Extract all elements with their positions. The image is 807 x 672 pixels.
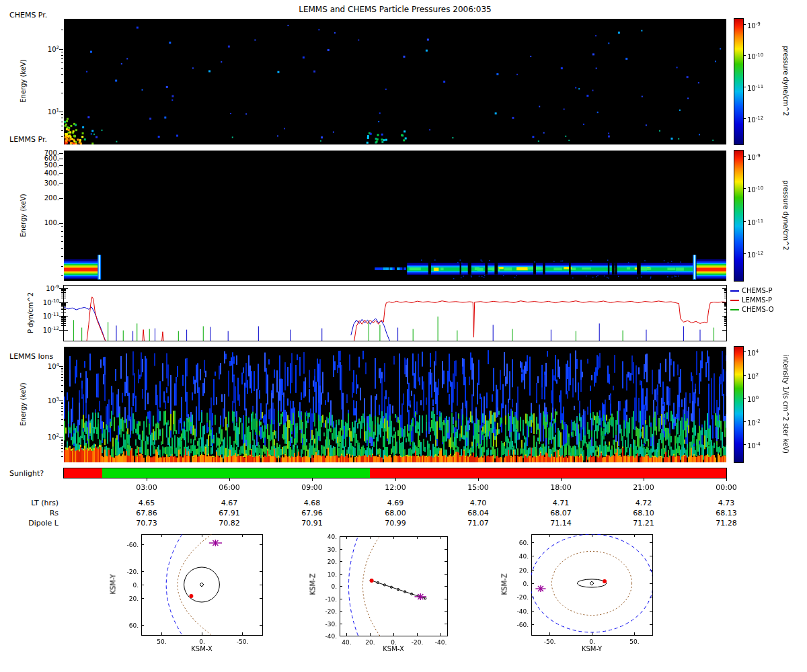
colorbar-tick-label: 102 (747, 372, 777, 380)
colorbar-tick (744, 351, 746, 352)
axis-minor-tick (61, 445, 63, 446)
axis-minor-tick (61, 304, 63, 305)
axis-tick (59, 165, 63, 166)
y-tick-label: 300. (13, 179, 59, 187)
axis-minor-tick (61, 403, 63, 404)
orbit2-x-axis-label: KSM-Y (565, 645, 619, 653)
legend-label: CHEMS-P (742, 287, 772, 294)
sunlight-segment (64, 468, 102, 478)
y-tick-label: 10-12 (13, 326, 59, 334)
axis-minor-tick (61, 377, 63, 378)
axis-minor-tick (61, 266, 63, 267)
axis-minor-tick (61, 68, 63, 69)
axis-minor-tick (61, 294, 63, 294)
colorbar-tick (744, 398, 746, 398)
axis-minor-tick (61, 325, 63, 326)
axis-tick (59, 153, 63, 154)
ephemeris-value: 68.00 (375, 509, 416, 517)
ephemeris-value: 67.91 (209, 509, 249, 517)
y-tick-label: 10-11 (13, 312, 59, 320)
axis-minor-tick (61, 52, 63, 52)
colorbar-tick-label: 100 (747, 395, 777, 403)
axis-minor-tick (61, 368, 63, 369)
orbit1-x-axis-label: KSM-X (367, 645, 420, 653)
ephemeris-row-label: LT (hrs) (3, 499, 59, 507)
panel-label-chems: CHEMS Pr. (9, 11, 47, 19)
axis-minor-tick (61, 391, 63, 392)
axis-minor-tick (61, 372, 63, 372)
axis-minor-tick (61, 296, 63, 296)
plot-page: LEMMS and CHEMS Particle Pressures 2006:… (0, 0, 807, 672)
axis-minor-tick (61, 58, 63, 59)
axis-tick (59, 112, 63, 112)
time-tick (147, 478, 147, 481)
ephemeris-value: 71.14 (541, 519, 581, 528)
axis-tick (59, 437, 63, 437)
y-tick-label: 10-10 (13, 298, 59, 306)
axis-minor-tick (61, 385, 63, 386)
ephemeris-value: 4.72 (623, 499, 664, 507)
legend-line-chems-p (730, 290, 739, 292)
sunlight-bar (64, 468, 726, 478)
colorbar-tick (744, 156, 746, 157)
chems-spectrogram (64, 19, 726, 144)
axis-tick (59, 223, 63, 224)
y-tick-label: 102 (13, 45, 59, 53)
axis-minor-tick (61, 303, 63, 304)
colorbar-tick-label: 10-2 (747, 419, 777, 427)
axis-tick (59, 159, 63, 159)
panel-label-sunlight: Sunlight? (9, 469, 44, 478)
axis-minor-tick (61, 305, 63, 306)
time-tick (561, 478, 562, 481)
legend-line-chems-o (730, 309, 739, 310)
axis-minor-tick (61, 380, 63, 381)
ephemeris-value: 4.70 (458, 499, 498, 507)
orbit0-x-axis-label: KSM-X (175, 645, 229, 653)
pressure-legend: CHEMS-P LEMMS-P CHEMS-O (730, 287, 774, 315)
axis-minor-tick (61, 317, 63, 317)
axis-minor-tick (61, 289, 63, 290)
axis-minor-tick (61, 292, 63, 293)
axis-minor-tick (61, 312, 63, 312)
colorbar-tick (744, 444, 746, 445)
orbit-plot-ksmx-ksmz (299, 530, 454, 654)
legend-label: LEMMS-P (742, 296, 772, 304)
ions-spectrogram (64, 347, 726, 462)
time-tick-label: 03:00 (126, 483, 167, 492)
axis-minor-tick (61, 93, 63, 93)
orbit2-y-axis-label: KSM-Z (501, 558, 508, 612)
axis-minor-tick (61, 319, 63, 320)
axis-minor-tick (61, 406, 63, 407)
axis-tick (59, 173, 63, 174)
orbit-plot-ksmy-ksmz (491, 530, 659, 654)
axis-minor-tick (61, 317, 63, 318)
ephemeris-value: 70.73 (126, 519, 167, 528)
ephemeris-row-label: Dipole L (3, 519, 59, 528)
time-tick-label: 21:00 (623, 483, 664, 492)
axis-minor-tick (61, 308, 63, 308)
lemms-colorbar-label: pressure dyne/cm^2 (782, 169, 790, 263)
orbit0-y-axis-label: KSM-Y (110, 558, 117, 612)
colorbar-tick-label: 10-9 (747, 22, 777, 30)
ephemeris-value: 70.91 (292, 519, 332, 528)
colorbar-tick-label: 10-12 (747, 116, 777, 124)
y-tick-label: 104 (13, 362, 59, 370)
axis-minor-tick (61, 320, 63, 321)
axis-minor-tick (61, 439, 63, 439)
ephemeris-value: 70.99 (375, 519, 416, 528)
time-tick (644, 478, 644, 481)
time-tick-label: 06:00 (209, 483, 249, 492)
y-tick-label: 101 (13, 108, 59, 116)
axis-tick (59, 198, 63, 199)
axis-minor-tick (61, 236, 63, 237)
ephemeris-value: 68.07 (541, 509, 581, 517)
axis-tick (59, 330, 63, 331)
colorbar-tick-label: 10-11 (747, 84, 777, 92)
colorbar-tick (744, 375, 746, 376)
axis-minor-tick (61, 425, 63, 426)
y-tick-label: 102 (13, 433, 59, 441)
y-tick-label: 200. (13, 194, 59, 202)
time-tick (395, 478, 396, 481)
ephemeris-value: 67.86 (126, 509, 167, 517)
ephemeris-value: 4.69 (375, 499, 416, 507)
